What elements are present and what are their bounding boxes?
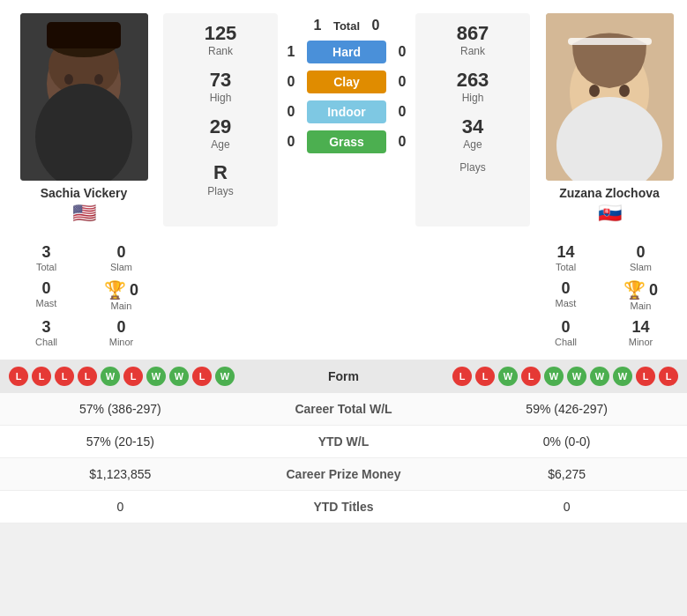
- right-player-flag: 🇸🇰: [598, 202, 622, 225]
- stat-left-1: 57% (20-15): [0, 426, 241, 458]
- right-high-value: 263: [457, 69, 489, 92]
- right-chall-cell: 0 Chall: [528, 315, 603, 351]
- right-slam-label: Slam: [630, 262, 652, 272]
- left-high-value: 73: [210, 69, 231, 92]
- right-player-name: Zuzana Zlochova: [559, 186, 660, 200]
- right-age-value: 34: [462, 115, 483, 138]
- stat-right-2: $6,275: [446, 458, 687, 491]
- svg-point-3: [64, 74, 73, 85]
- left-form-badge-8: L: [192, 367, 212, 386]
- right-rank-value: 867: [457, 22, 489, 45]
- indoor-left-score: 0: [282, 104, 300, 120]
- right-form-badge-7: W: [613, 367, 632, 386]
- right-plays: Plays: [459, 161, 485, 174]
- svg-rect-13: [568, 38, 652, 45]
- right-form-badge-2: W: [498, 367, 518, 386]
- stat-left-0: 57% (386-297): [0, 393, 241, 426]
- grass-left-score: 0: [282, 134, 300, 150]
- right-form-badge-0: L: [452, 367, 472, 386]
- top-section: Sachia Vickery 🇺🇸 125 Rank 73 High 29 Ag…: [0, 0, 687, 240]
- middle-spacer: [282, 240, 405, 351]
- right-info-grid: 14 Total 0 Slam 0 Mast 🏆 0 Main: [528, 240, 678, 351]
- stat-label-1: YTD W/L: [241, 426, 447, 458]
- left-trophy-icon: 🏆: [104, 279, 126, 301]
- indoor-right-score: 0: [393, 104, 411, 120]
- right-bottom-stats: 14 Total 0 Slam 0 Mast 🏆 0 Main: [528, 240, 678, 351]
- form-left: LLLLWLWWLW: [9, 367, 282, 386]
- right-form-badge-1: L: [475, 367, 495, 386]
- left-rank: 125 Rank: [205, 22, 237, 58]
- right-stats-spacer: [409, 240, 524, 351]
- stats-row-0: 57% (386-297) Career Total W/L 59% (426-…: [0, 393, 687, 426]
- left-minor-value: 0: [116, 318, 125, 337]
- left-mast-label: Mast: [36, 298, 57, 308]
- right-main-value: 0: [649, 281, 658, 300]
- total-right-score: 0: [367, 18, 385, 33]
- right-minor-cell: 14 Minor: [603, 315, 678, 351]
- stat-left-3: 0: [0, 491, 241, 523]
- right-high-label: High: [462, 92, 484, 104]
- right-minor-label: Minor: [629, 337, 653, 347]
- stat-right-3: 0: [446, 491, 687, 523]
- stat-right-1: 0% (0-0): [446, 426, 687, 458]
- right-age: 34 Age: [462, 115, 483, 152]
- left-stats-spacer: [163, 240, 278, 351]
- right-rank: 867 Rank: [457, 22, 489, 58]
- left-plays-label: Plays: [207, 185, 233, 197]
- left-main-cell: 🏆 0 Main: [84, 276, 159, 315]
- left-minor-cell: 0 Minor: [84, 315, 159, 351]
- right-form-badge-6: W: [590, 367, 609, 386]
- clay-right-score: 0: [393, 74, 411, 90]
- right-main-cell: 🏆 0 Main: [603, 276, 678, 315]
- right-total-label: Total: [556, 262, 576, 272]
- right-main-label: Main: [631, 301, 652, 311]
- stats-table: 57% (386-297) Career Total W/L 59% (426-…: [0, 393, 687, 523]
- left-player-photo: [20, 13, 148, 181]
- clay-row: 0 Clay 0: [282, 71, 411, 93]
- total-row: 1 Total 0: [282, 18, 411, 33]
- right-mast-label: Mast: [556, 298, 577, 308]
- right-trophy-icon: 🏆: [624, 279, 646, 301]
- stats-row-3: 0 YTD Titles 0: [0, 491, 687, 523]
- left-rank-label: Rank: [208, 45, 233, 57]
- right-plays-label: Plays: [459, 161, 485, 174]
- right-form-badge-4: W: [544, 367, 564, 386]
- svg-point-10: [589, 85, 600, 97]
- left-chall-label: Chall: [35, 337, 57, 347]
- right-rank-label: Rank: [460, 45, 485, 57]
- left-age-label: Age: [211, 138, 229, 151]
- middle-section: 1 Total 0 1 Hard 0 0 Clay 0 0 Indo: [282, 13, 411, 226]
- left-high-label: High: [210, 92, 232, 104]
- left-slam-value: 0: [116, 243, 125, 262]
- form-label: Form: [282, 369, 406, 383]
- left-player-name: Sachia Vickery: [41, 186, 128, 200]
- grass-row: 0 Grass 0: [282, 130, 411, 153]
- left-mast-cell: 0 Mast: [9, 276, 84, 315]
- svg-rect-7: [47, 22, 121, 48]
- right-total-cell: 14 Total: [528, 240, 603, 276]
- left-form-badge-9: W: [215, 367, 235, 386]
- clay-left-score: 0: [282, 74, 300, 90]
- stat-label-0: Career Total W/L: [241, 393, 447, 426]
- form-section: LLLLWLWWLW Form LLWLWWWWLL: [0, 360, 687, 393]
- left-main-label: Main: [111, 301, 132, 311]
- left-bottom-stats: 3 Total 0 Slam 0 Mast 🏆 0 Main: [9, 240, 159, 351]
- hard-badge: Hard: [307, 41, 386, 63]
- bottom-cards: 3 Total 0 Slam 0 Mast 🏆 0 Main: [0, 240, 687, 360]
- stat-right-0: 59% (426-297): [446, 393, 687, 426]
- right-player-photo: [546, 13, 674, 181]
- grass-badge: Grass: [307, 130, 386, 153]
- left-form-badge-7: W: [169, 367, 189, 386]
- right-chall-label: Chall: [555, 337, 577, 347]
- right-slam-cell: 0 Slam: [603, 240, 678, 276]
- svg-point-4: [94, 74, 103, 85]
- left-form-badge-2: L: [55, 367, 74, 386]
- form-right: LLWLWWWWLL: [406, 367, 679, 386]
- right-form-badge-5: W: [567, 367, 586, 386]
- left-slam-cell: 0 Slam: [84, 240, 159, 276]
- stats-row-2: $1,123,855 Career Prize Money $6,275: [0, 458, 687, 491]
- left-minor-label: Minor: [109, 337, 134, 347]
- right-mast-cell: 0 Mast: [528, 276, 603, 315]
- clay-badge: Clay: [307, 71, 386, 93]
- left-info-grid: 3 Total 0 Slam 0 Mast 🏆 0 Main: [9, 240, 159, 351]
